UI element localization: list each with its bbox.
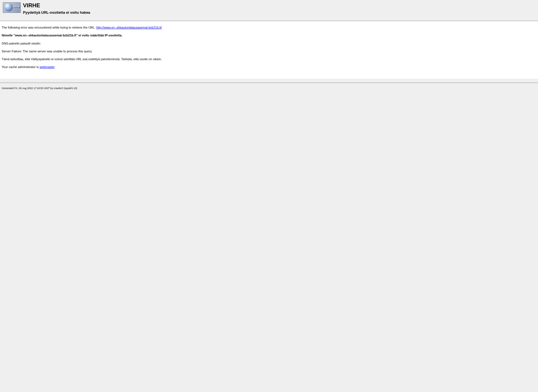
- logo-text: NOW: [13, 5, 20, 8]
- error-subtitle: Pyydettyä URL-osoitetta ei voitu hakea: [23, 10, 90, 15]
- dns-server-label: DNS-palvelin palautti viestin:: [2, 41, 536, 45]
- webmaster-link[interactable]: webmaster: [40, 65, 54, 69]
- failed-url-link[interactable]: http://www.xn--shkautonlatausasemat-bzb2…: [96, 26, 162, 29]
- dns-server-message: Server Failure: The name server was unab…: [2, 49, 536, 53]
- error-intro-line: The following error was encountered whil…: [2, 25, 536, 29]
- admin-prefix: Your cache administrator is: [2, 65, 40, 69]
- admin-suffix: .: [55, 65, 55, 69]
- footer: Generated Fri, 26 Aug 2022 17:18:55 GMT …: [0, 85, 538, 91]
- header-text-block: VIRHE Pyydettyä URL-osoitetta ei voitu h…: [23, 2, 90, 15]
- error-header: NOW VIRHE Pyydettyä URL-osoitetta ei voi…: [0, 0, 538, 17]
- admin-line: Your cache administrator is webmaster.: [2, 65, 536, 69]
- divider-bottom: [0, 83, 538, 83]
- generated-text: Generated Fri, 26 Aug 2022 17:18:55 GMT …: [2, 87, 77, 90]
- logo-swirl-graphic: [4, 3, 13, 11]
- dns-error-message: Nimelle "www.xn--shkautonlatausasemat-bz…: [2, 33, 536, 37]
- squid-logo: NOW: [3, 2, 21, 13]
- error-content: The following error was encountered whil…: [0, 21, 538, 79]
- error-intro-text: The following error was encountered whil…: [2, 26, 96, 29]
- error-title: VIRHE: [23, 2, 90, 9]
- explanation-text: Tämä tarkoittaa, että Välityspalvelin ei…: [2, 57, 536, 61]
